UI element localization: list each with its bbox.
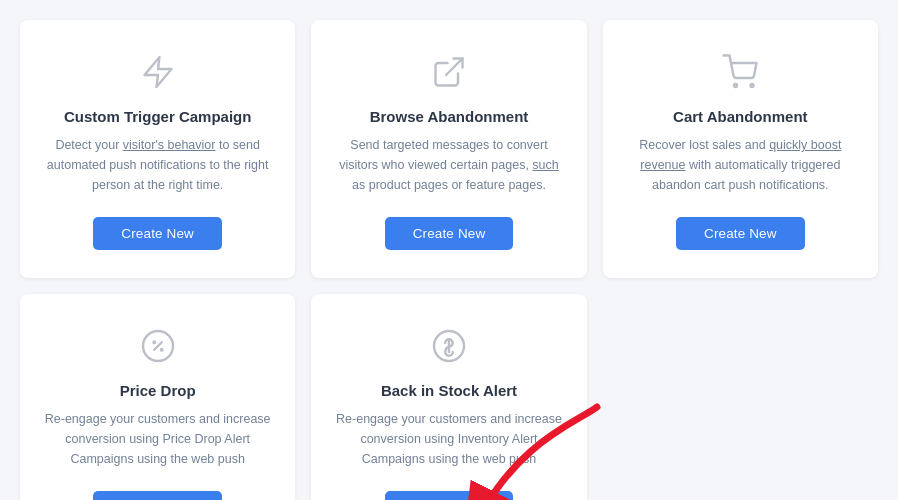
card-back-in-stock-title: Back in Stock Alert — [381, 382, 517, 399]
bolt-icon — [136, 50, 180, 94]
top-card-grid: Custom Trigger Campaign Detect your visi… — [20, 20, 878, 278]
create-new-button-browse-abandonment[interactable]: Create New — [385, 217, 514, 250]
card-price-drop: Price Drop Re-engage your customers and … — [20, 294, 295, 500]
card-back-in-stock-desc: Re-engage your customers and increase co… — [335, 409, 562, 469]
card-price-drop-desc: Re-engage your customers and increase co… — [44, 409, 271, 469]
card-cart-abandonment-title: Cart Abandonment — [673, 108, 807, 125]
card-browse-abandonment: Browse Abandonment Send targeted message… — [311, 20, 586, 278]
svg-point-7 — [161, 349, 163, 351]
svg-point-2 — [734, 84, 737, 87]
card-cart-abandonment-desc: Recover lost sales and quickly boost rev… — [627, 135, 854, 195]
create-new-button-cart-abandonment[interactable]: Create New — [676, 217, 805, 250]
create-new-button-back-in-stock[interactable]: Create New — [385, 491, 514, 500]
dollar-icon — [427, 324, 471, 368]
card-back-in-stock: Back in Stock Alert Re-engage your custo… — [311, 294, 586, 500]
bottom-card-grid: Price Drop Re-engage your customers and … — [20, 294, 878, 500]
svg-line-1 — [446, 59, 463, 76]
card-custom-trigger-title: Custom Trigger Campaign — [64, 108, 252, 125]
external-link-icon — [427, 50, 471, 94]
create-new-button-price-drop[interactable]: Create New — [93, 491, 222, 500]
create-new-button-custom-trigger[interactable]: Create New — [93, 217, 222, 250]
percent-icon — [136, 324, 180, 368]
cart-icon — [718, 50, 762, 94]
card-cart-abandonment: Cart Abandonment Recover lost sales and … — [603, 20, 878, 278]
svg-point-6 — [153, 342, 155, 344]
card-custom-trigger-desc: Detect your visitor's behavior to send a… — [44, 135, 271, 195]
card-custom-trigger: Custom Trigger Campaign Detect your visi… — [20, 20, 295, 278]
card-browse-abandonment-title: Browse Abandonment — [370, 108, 529, 125]
card-browse-abandonment-desc: Send targeted messages to convert visito… — [335, 135, 562, 195]
svg-marker-0 — [144, 57, 171, 87]
card-price-drop-title: Price Drop — [120, 382, 196, 399]
svg-point-3 — [751, 84, 754, 87]
